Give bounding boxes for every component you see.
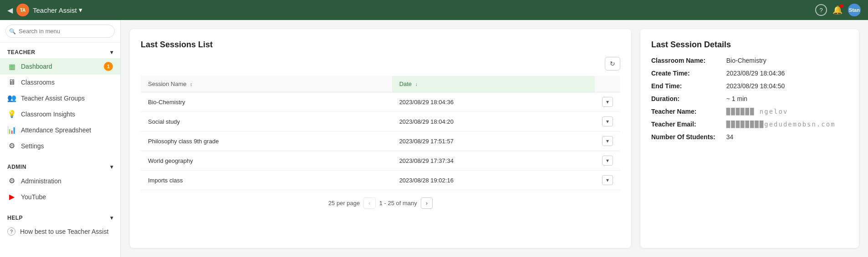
expand-column-header	[595, 76, 620, 92]
table-row: World geography 2023/08/29 17:37:34 ▾	[141, 151, 620, 171]
sidebar-search-wrapper: 🔍	[0, 20, 120, 43]
detail-value: 2023/08/29 18:04:50	[726, 82, 848, 90]
topbar: ◀ TA Teacher Assist ▾ ? 🔔 Stan	[0, 0, 868, 20]
teacher-section-header[interactable]: TEACHER ▾	[0, 46, 120, 58]
sidebar-item-label: Attendance Spreadsheet	[21, 126, 91, 134]
session-name-cell: Bio-Chemistry	[141, 92, 392, 112]
session-details-card: Last Session Details Classroom Name:Bio-…	[640, 29, 859, 248]
expand-cell: ▾	[595, 151, 620, 171]
detail-value: 34	[726, 133, 848, 141]
detail-label: End Time:	[651, 82, 715, 90]
dashboard-badge: 1	[104, 62, 113, 71]
table-row: Imports class 2023/08/28 19:02:16 ▾	[141, 171, 620, 190]
sidebar-item-groups[interactable]: 👥 Teacher Assist Groups	[0, 90, 120, 106]
table-row: Bio-Chemistry 2023/08/29 18:04:36 ▾	[141, 92, 620, 112]
sidebar-item-label: Settings	[21, 142, 44, 150]
session-name-column-header[interactable]: Session Name ↕	[141, 76, 392, 92]
sidebar-item-attendance[interactable]: 📊 Attendance Spreadsheet	[0, 122, 120, 138]
detail-value: 2023/08/29 18:04:36	[726, 70, 848, 77]
svg-text:TA: TA	[20, 8, 26, 13]
sidebar-item-administration[interactable]: ⚙ Administration	[0, 173, 120, 189]
search-icon: 🔍	[9, 28, 16, 35]
detail-label: Teacher Name:	[651, 108, 715, 115]
date-column-header[interactable]: Date ↓	[392, 76, 595, 92]
dashboard-icon: ▦	[7, 62, 16, 71]
admin-section-chevron-icon: ▾	[110, 164, 113, 170]
howto-icon: ?	[7, 227, 15, 236]
sidebar-item-label: Administration	[21, 177, 61, 185]
detail-label: Teacher Email:	[651, 121, 715, 128]
expand-row-button[interactable]: ▾	[602, 116, 613, 126]
expand-row-button[interactable]: ▾	[602, 136, 613, 146]
detail-label: Number Of Students:	[651, 133, 715, 141]
help-section-chevron-icon: ▾	[110, 215, 113, 221]
session-date-cell: 2023/08/29 18:04:36	[392, 92, 595, 112]
sidebar-item-label: Teacher Assist Groups	[21, 95, 85, 102]
sidebar-item-classrooms[interactable]: 🖥 Classrooms	[0, 75, 120, 90]
detail-value: Bio-Chemistry	[726, 57, 848, 64]
teacher-section-chevron-icon: ▾	[110, 49, 113, 55]
sort-icon-session-name: ↕	[190, 82, 192, 87]
teacher-section: TEACHER ▾ ▦ Dashboard 1 🖥 Classrooms 👥 T…	[0, 43, 120, 157]
sidebar-item-howto[interactable]: ? How best to use Teacher Assist	[0, 224, 120, 239]
detail-label: Classroom Name:	[651, 57, 715, 64]
expand-row-button[interactable]: ▾	[602, 175, 613, 185]
sessions-list-title: Last Sessions List	[141, 40, 620, 50]
session-name-cell: Imports class	[141, 171, 392, 190]
expand-row-button[interactable]: ▾	[602, 97, 613, 107]
expand-cell: ▾	[595, 112, 620, 131]
sidebar-item-insights[interactable]: 💡 Classroom Insights	[0, 106, 120, 122]
sort-icon-date: ↓	[415, 82, 418, 87]
sidebar-item-label: Classroom Insights	[21, 111, 75, 118]
next-page-button[interactable]: ›	[421, 197, 433, 209]
sidebar-item-dashboard[interactable]: ▦ Dashboard 1	[0, 58, 120, 75]
sidebar-item-label: YouTube	[21, 193, 46, 201]
session-details-title: Last Session Details	[651, 40, 848, 50]
expand-cell: ▾	[595, 131, 620, 151]
sidebar-item-settings[interactable]: ⚙ Settings	[0, 138, 120, 154]
session-date-cell: 2023/08/29 18:04:20	[392, 112, 595, 131]
user-avatar[interactable]: Stan	[848, 4, 861, 16]
sidebar-item-label: Dashboard	[21, 63, 52, 70]
help-section-header[interactable]: HELP ▾	[0, 212, 120, 224]
attendance-icon: 📊	[7, 126, 16, 134]
sidebar-item-youtube[interactable]: ▶ YouTube	[0, 189, 120, 205]
detail-value: ██████ ngelov	[726, 108, 848, 115]
detail-value: ████████gedudemobsn.com	[726, 121, 848, 128]
detail-label: Create Time:	[651, 70, 715, 77]
topbar-left: ◀ TA Teacher Assist ▾	[7, 4, 815, 16]
admin-section-header[interactable]: ADMIN ▾	[0, 161, 120, 173]
session-date-cell: 2023/08/28 19:02:16	[392, 171, 595, 190]
detail-value: ~ 1 min	[726, 95, 848, 102]
prev-page-button[interactable]: ‹	[363, 197, 375, 209]
session-name-cell: World geography	[141, 151, 392, 171]
back-button[interactable]: ◀	[7, 6, 13, 15]
expand-row-button[interactable]: ▾	[602, 156, 613, 166]
table-toolbar: ↻	[141, 57, 620, 71]
administration-icon: ⚙	[7, 176, 16, 185]
sessions-table-body: Bio-Chemistry 2023/08/29 18:04:36 ▾ Soci…	[141, 92, 620, 190]
expand-cell: ▾	[595, 92, 620, 112]
sessions-list-card: Last Sessions List ↻ Session Name ↕ Date…	[130, 29, 631, 248]
help-section: HELP ▾ ? How best to use Teacher Assist	[0, 208, 120, 243]
session-name-cell: Philosophy class 9th grade	[141, 131, 392, 151]
help-icon[interactable]: ?	[815, 4, 827, 16]
search-input[interactable]	[5, 25, 115, 38]
sidebar-item-label: Classrooms	[21, 79, 55, 86]
refresh-button[interactable]: ↻	[605, 57, 620, 71]
admin-section: ADMIN ▾ ⚙ Administration ▶ YouTube	[0, 157, 120, 208]
youtube-icon: ▶	[7, 192, 16, 201]
app-logo: TA	[16, 4, 29, 16]
table-header-row: Session Name ↕ Date ↓	[141, 76, 620, 92]
expand-cell: ▾	[595, 171, 620, 190]
title-chevron-icon[interactable]: ▾	[79, 6, 82, 14]
insights-icon: 💡	[7, 110, 16, 118]
groups-icon: 👥	[7, 94, 16, 102]
per-page-label: 25 per page	[328, 200, 360, 207]
table-row: Social study 2023/08/29 18:04:20 ▾	[141, 112, 620, 131]
sessions-table: Session Name ↕ Date ↓ Bio-Chemistry 2023…	[141, 76, 620, 190]
topbar-right: ? 🔔 Stan	[815, 4, 861, 16]
sidebar-item-label: How best to use Teacher Assist	[20, 228, 108, 235]
pagination: 25 per page ‹ 1 - 25 of many ›	[141, 197, 620, 209]
notification-bell-icon[interactable]: 🔔	[832, 5, 842, 15]
